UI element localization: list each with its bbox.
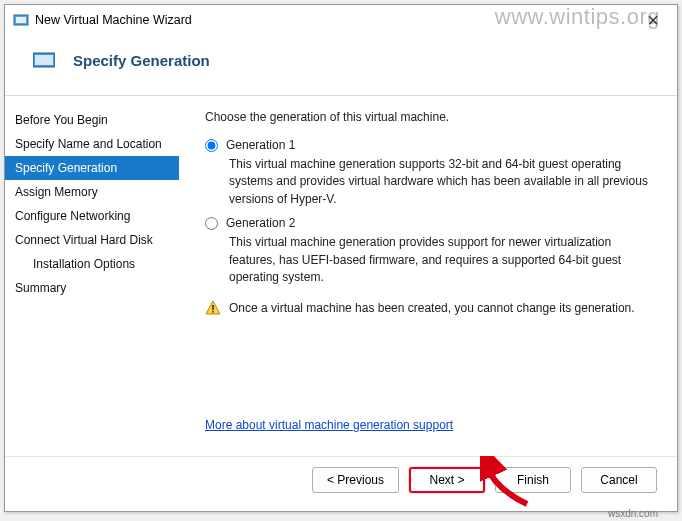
- wizard-footer: < Previous Next > Finish Cancel: [5, 456, 677, 507]
- wizard-sidebar: Before You Begin Specify Name and Locati…: [5, 106, 179, 456]
- generation-2-description: This virtual machine generation provides…: [229, 234, 655, 286]
- generation-2-radio[interactable]: [205, 217, 218, 230]
- step-connect-vhd[interactable]: Connect Virtual Hard Disk: [5, 228, 179, 252]
- titlebar: New Virtual Machine Wizard ×: [5, 5, 677, 35]
- generation-1-label: Generation 1: [226, 138, 295, 152]
- svg-rect-1: [16, 17, 26, 23]
- step-summary[interactable]: Summary: [5, 276, 179, 300]
- next-button[interactable]: Next >: [409, 467, 485, 493]
- step-specify-name-location[interactable]: Specify Name and Location: [5, 132, 179, 156]
- step-configure-networking[interactable]: Configure Networking: [5, 204, 179, 228]
- step-specify-generation[interactable]: Specify Generation: [5, 156, 179, 180]
- wizard-header: Specify Generation: [5, 35, 677, 95]
- step-before-you-begin[interactable]: Before You Begin: [5, 108, 179, 132]
- step-assign-memory[interactable]: Assign Memory: [5, 180, 179, 204]
- close-icon[interactable]: ×: [637, 8, 669, 32]
- wizard-body: Before You Begin Specify Name and Locati…: [5, 96, 677, 456]
- svg-rect-4: [212, 305, 214, 310]
- previous-button[interactable]: < Previous: [312, 467, 399, 493]
- step-installation-options[interactable]: Installation Options: [5, 252, 179, 276]
- finish-button[interactable]: Finish: [495, 467, 571, 493]
- app-icon: [13, 12, 29, 28]
- generation-1-option[interactable]: Generation 1: [205, 138, 655, 152]
- svg-rect-3: [35, 55, 53, 65]
- page-title: Specify Generation: [73, 52, 210, 69]
- cancel-button[interactable]: Cancel: [581, 467, 657, 493]
- generation-1-radio[interactable]: [205, 139, 218, 152]
- header-icon: [33, 51, 55, 69]
- more-info-link[interactable]: More about virtual machine generation su…: [205, 418, 453, 432]
- wizard-dialog: New Virtual Machine Wizard × Specify Gen…: [4, 4, 678, 512]
- warning-text: Once a virtual machine has been created,…: [229, 300, 635, 317]
- generation-2-label: Generation 2: [226, 216, 295, 230]
- warning-row: Once a virtual machine has been created,…: [205, 300, 655, 317]
- warning-icon: [205, 300, 221, 316]
- generation-2-option[interactable]: Generation 2: [205, 216, 655, 230]
- generation-1-description: This virtual machine generation supports…: [229, 156, 655, 208]
- window-title: New Virtual Machine Wizard: [35, 13, 192, 27]
- svg-rect-5: [212, 311, 214, 313]
- prompt-text: Choose the generation of this virtual ma…: [205, 110, 655, 124]
- wizard-content: Choose the generation of this virtual ma…: [179, 106, 677, 456]
